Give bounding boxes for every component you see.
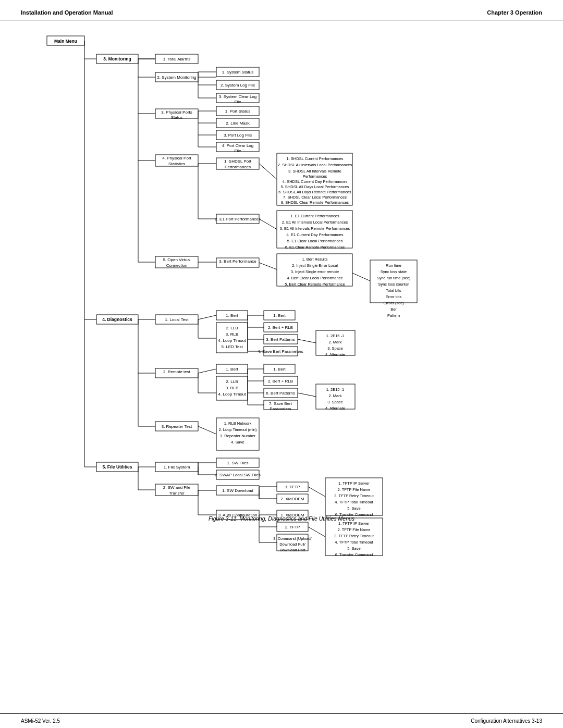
svg-text:4. Alternate: 4. Alternate [325, 352, 345, 357]
svg-text:Connection: Connection [166, 263, 187, 268]
svg-text:5. Bert Clear Remote Performan: 5. Bert Clear Remote Performance [285, 282, 345, 287]
svg-text:5. E1 Clear Local Performances: 5. E1 Clear Local Performances [287, 239, 343, 243]
svg-text:5. SHDSL All Days Local Perfor: 5. SHDSL All Days Local Performances [280, 184, 349, 189]
svg-text:Sync loss state: Sync loss state [381, 269, 407, 274]
svg-text:Statistics: Statistics [168, 162, 185, 166]
svg-text:4. Loop Timout: 4. Loop Timout [218, 338, 247, 343]
svg-text:3. System Clear Log: 3. System Clear Log [219, 94, 256, 99]
svg-text:3. TFTP Retry Timeout: 3. TFTP Retry Timeout [334, 534, 374, 538]
svg-text:Total bits: Total bits [386, 288, 401, 293]
svg-text:2. SW and File: 2. SW and File [163, 485, 191, 490]
svg-text:4. Save: 4. Save [231, 440, 244, 445]
svg-text:Download Full/: Download Full/ [279, 542, 306, 547]
svg-text:Sync loss counter: Sync loss counter [378, 282, 409, 287]
svg-text:2. SWAP Local SW Files: 2. SWAP Local SW Files [215, 473, 261, 477]
svg-text:3. Port Log File: 3. Port Log File [224, 133, 252, 138]
svg-text:1. TFTP IP Server: 1. TFTP IP Server [338, 481, 370, 486]
svg-text:3. Space: 3. Space [327, 346, 343, 351]
svg-text:Errors (sec): Errors (sec) [383, 301, 404, 305]
svg-text:4. Port Clear Log: 4. Port Clear Log [222, 143, 253, 148]
svg-text:3. Repeater Test: 3. Repeater Test [162, 424, 192, 429]
svg-text:1. Total Alarms: 1. Total Alarms [163, 57, 190, 61]
page-header: Installation and Operation Manual Chapte… [0, 0, 563, 20]
svg-text:1. RLB Network: 1. RLB Network [224, 421, 252, 426]
svg-text:3. SHDSL All Intervals Remote: 3. SHDSL All Intervals Remote [288, 169, 341, 174]
svg-text:5. Save: 5. Save [347, 546, 360, 551]
svg-text:1. File System: 1. File System [164, 465, 190, 470]
svg-line-192 [259, 164, 277, 179]
svg-text:Sync run time (sec): Sync run time (sec) [377, 276, 411, 280]
svg-text:3. Space: 3. Space [327, 400, 343, 404]
svg-line-210 [198, 369, 216, 373]
svg-line-196 [352, 273, 370, 281]
svg-text:1. Bert: 1. Bert [226, 313, 238, 318]
svg-text:Performances: Performances [225, 165, 251, 169]
svg-text:1. System Status: 1. System Status [222, 70, 253, 75]
svg-line-209 [298, 339, 316, 343]
svg-text:8. SHDSL Clear Remote Performa: 8. SHDSL Clear Remote Performances [281, 200, 349, 205]
svg-text:2. System Monitoring: 2. System Monitoring [157, 75, 196, 80]
svg-text:7. SHDSL Clear Local Performan: 7. SHDSL Clear Local Performances [283, 195, 347, 200]
svg-text:3. Bert Performance: 3. Bert Performance [219, 259, 256, 264]
svg-text:4. TFTP Total Timeout: 4. TFTP Total Timeout [335, 540, 373, 545]
svg-text:Transfer: Transfer [169, 491, 185, 496]
svg-text:5. LED Test: 5. LED Test [221, 344, 243, 349]
svg-text:Parameters: Parameters [270, 406, 291, 411]
svg-line-195 [259, 263, 277, 269]
svg-text:3. TFTP Retry Timeout: 3. TFTP Retry Timeout [334, 493, 374, 498]
svg-text:2. E1 All Intervals Local Perf: 2. E1 All Intervals Local Performances [282, 220, 348, 225]
svg-text:1. TFTP: 1. TFTP [285, 485, 300, 489]
page-footer: ASMi-52 Ver. 2.5 Configuration Alternati… [0, 713, 563, 728]
svg-text:4. Diagnostics: 4. Diagnostics [102, 317, 132, 322]
svg-text:2. TFTP File Name: 2. TFTP File Name [337, 527, 370, 532]
svg-text:2. TFTP File Name: 2. TFTP File Name [337, 487, 370, 492]
figure-caption: Figure 3-11. Monitoring, Diagnostics and… [16, 515, 547, 522]
svg-text:1. TFTP IP Server: 1. TFTP IP Server [338, 521, 370, 526]
svg-text:1. E1 Current Performances: 1. E1 Current Performances [290, 214, 339, 218]
footer-left: ASMi-52 Ver. 2.5 [21, 718, 60, 724]
svg-text:5. File Utilities: 5. File Utilities [102, 464, 132, 470]
svg-text:2. Inject Single Error Local: 2. Inject Single Error Local [292, 263, 338, 268]
svg-text:4. Bert Clear Local Performanc: 4. Bert Clear Local Performance [287, 276, 342, 280]
svg-text:2. Loop Timeout (min): 2. Loop Timeout (min) [219, 427, 257, 432]
svg-text:Status: Status [171, 115, 183, 120]
svg-text:1. Bert: 1. Bert [226, 367, 238, 372]
svg-text:1. Bert: 1. Bert [273, 313, 286, 318]
svg-text:2. Bert + RLB: 2. Bert + RLB [268, 325, 293, 330]
svg-text:1. 2E15 -1: 1. 2E15 -1 [326, 387, 345, 392]
svg-text:1. Local Test: 1. Local Test [165, 317, 189, 322]
header-right: Chapter 3 Operation [487, 9, 542, 16]
svg-text:6. SHDSL All Days Remote Perfo: 6. SHDSL All Days Remote Performances [278, 190, 351, 194]
svg-text:4. SHDSL Current Day Performan: 4. SHDSL Current Day Performances [283, 179, 348, 184]
svg-text:5. Save: 5. Save [347, 506, 360, 511]
svg-line-201 [198, 315, 216, 319]
svg-text:6. Transfer Command: 6. Transfer Command [335, 552, 373, 557]
svg-text:3. Repeater Number: 3. Repeater Number [220, 434, 255, 438]
svg-text:2. Remote test: 2. Remote test [163, 369, 191, 374]
svg-text:2. E1 Port Performances: 2. E1 Port Performances [215, 217, 261, 221]
svg-text:6. Bert Patterns: 6. Bert Patterns [266, 391, 295, 396]
svg-text:2. Line Mask: 2. Line Mask [226, 121, 250, 126]
svg-text:1. Bert Results: 1. Bert Results [302, 257, 327, 262]
svg-text:3. Monitoring: 3. Monitoring [103, 56, 131, 61]
svg-line-234 [308, 487, 325, 497]
svg-text:Run time: Run time [386, 263, 401, 268]
svg-text:2. TFTP: 2. TFTP [285, 525, 300, 529]
svg-text:1. 2E15 -1: 1. 2E15 -1 [326, 334, 345, 338]
svg-text:2. Mark: 2. Mark [328, 393, 341, 398]
svg-text:2. SHDSL All Intervals Local P: 2. SHDSL All Intervals Local Performance… [278, 163, 352, 167]
svg-text:4. Alternate: 4. Alternate [325, 406, 345, 411]
svg-text:1. SHDSL Port: 1. SHDSL Port [224, 159, 252, 164]
svg-text:3. Command (Upload/: 3. Command (Upload/ [273, 536, 312, 541]
svg-text:Pattern: Pattern [387, 313, 400, 318]
svg-line-239 [308, 527, 325, 537]
svg-text:1. SW Download: 1. SW Download [222, 488, 253, 493]
svg-text:1. SHDSL Current Performances: 1. SHDSL Current Performances [287, 156, 344, 161]
svg-text:4. TFTP Total Timeout: 4. TFTP Total Timeout [335, 500, 373, 504]
svg-text:2. Mark: 2. Mark [328, 340, 341, 344]
svg-text:3. Inject Single error remote: 3. Inject Single error remote [291, 269, 339, 274]
svg-text:Main Menu: Main Menu [54, 39, 77, 44]
svg-text:1. Port Status: 1. Port Status [225, 109, 250, 114]
svg-text:File: File [235, 100, 241, 104]
svg-text:2. System Log File: 2. System Log File [221, 83, 255, 88]
